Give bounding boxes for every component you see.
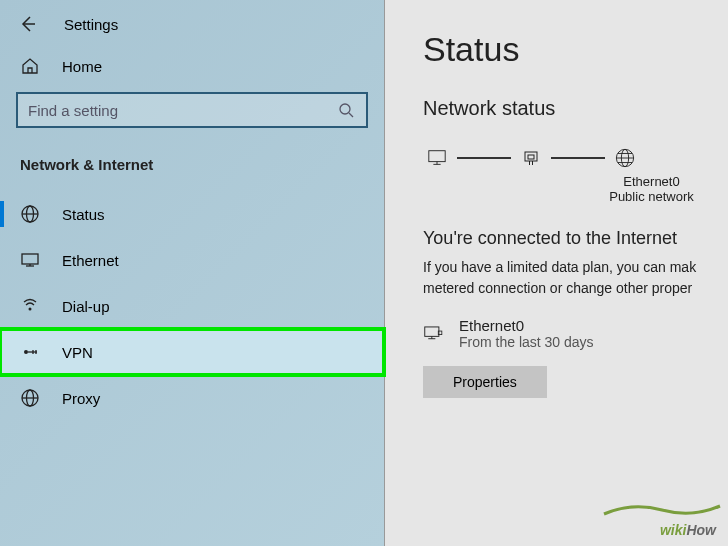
wikihow-flourish: [602, 500, 722, 518]
search-field[interactable]: [28, 102, 336, 119]
svg-rect-29: [425, 326, 439, 335]
ethernet-icon: [20, 250, 40, 270]
sidebar-item-label: Dial-up: [62, 298, 110, 315]
settings-title: Settings: [64, 16, 118, 33]
sidebar-item-label: Status: [62, 206, 105, 223]
sidebar: Settings Home Network & Internet Stat: [0, 0, 385, 546]
globe-icon: [615, 148, 635, 168]
adapter-sub: From the last 30 days: [459, 334, 594, 350]
sidebar-item-status[interactable]: Status: [0, 191, 384, 237]
proxy-icon: [20, 388, 40, 408]
back-icon[interactable]: [18, 14, 38, 34]
svg-point-9: [29, 308, 32, 311]
sidebar-item-dialup[interactable]: Dial-up: [0, 283, 384, 329]
wikihow-watermark: wikiHow: [660, 522, 716, 538]
diagram-adapter-name: Ethernet0: [575, 174, 728, 189]
sidebar-item-label: Proxy: [62, 390, 100, 407]
sidebar-item-home[interactable]: Home: [0, 44, 384, 88]
sidebar-item-label: Ethernet: [62, 252, 119, 269]
main-content: Status Network status Ethernet0 Public n…: [385, 0, 728, 546]
network-diagram: [423, 148, 728, 168]
subhead: Network status: [423, 97, 728, 120]
connected-title: You're connected to the Internet: [423, 228, 728, 249]
connected-desc-line2: metered connection or change other prope…: [423, 278, 728, 299]
adapter-name: Ethernet0: [459, 317, 594, 334]
sidebar-item-proxy[interactable]: Proxy: [0, 375, 384, 421]
search-input[interactable]: [16, 92, 368, 128]
dialup-icon: [20, 296, 40, 316]
search-icon: [336, 100, 356, 120]
diagram-network-type: Public network: [575, 189, 728, 204]
home-label: Home: [62, 58, 102, 75]
connected-desc-line1: If you have a limited data plan, you can…: [423, 257, 728, 278]
sidebar-item-label: VPN: [62, 344, 93, 361]
status-icon: [20, 204, 40, 224]
svg-rect-17: [429, 151, 445, 162]
computer-icon: [427, 148, 447, 168]
properties-button[interactable]: Properties: [423, 366, 547, 398]
section-title: Network & Internet: [0, 140, 384, 191]
svg-point-10: [24, 350, 28, 354]
sidebar-item-vpn[interactable]: VPN: [0, 329, 384, 375]
adapter-icon: [423, 324, 443, 344]
vpn-icon: [20, 342, 40, 362]
svg-rect-6: [22, 254, 38, 264]
sidebar-item-ethernet[interactable]: Ethernet: [0, 237, 384, 283]
home-icon: [20, 56, 40, 76]
svg-point-1: [340, 104, 350, 114]
svg-line-2: [349, 113, 353, 117]
adapter-row: Ethernet0 From the last 30 days: [423, 317, 728, 350]
router-icon: [521, 148, 541, 168]
svg-rect-20: [525, 152, 537, 161]
svg-rect-21: [528, 155, 534, 159]
page-title: Status: [423, 30, 728, 69]
